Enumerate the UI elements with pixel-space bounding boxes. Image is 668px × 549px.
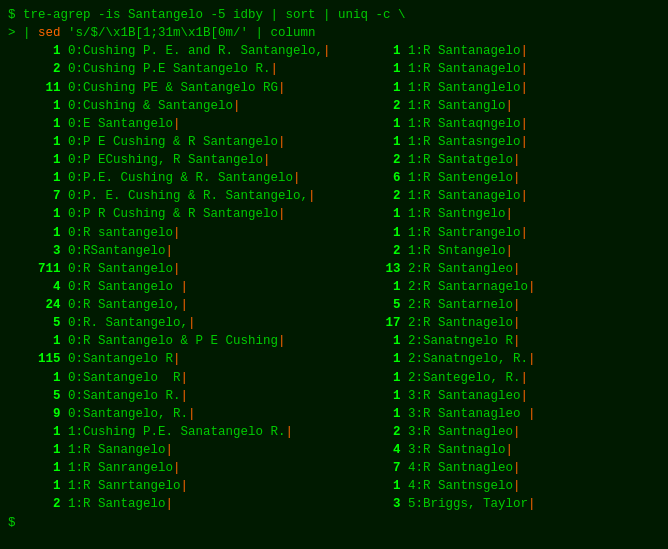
output-area: 1 0:Cushing P. E. and R. Santangelo,| 1 … (8, 42, 660, 513)
output-row: 1 1:R Sanangelo| 4 3:R Santnaglo| (8, 441, 660, 459)
output-row: 1 0:Cushing P. E. and R. Santangelo,| 1 … (8, 42, 660, 60)
output-row: 1 0:P R Cushing & R Santangelo| 1 1:R Sa… (8, 205, 660, 223)
final-prompt-line: $ (8, 514, 660, 532)
output-row: 711 0:R Santangelo| 13 2:R Santangleo| (8, 260, 660, 278)
output-row: 1 0:P ECushing, R Santangelo| 2 1:R Sant… (8, 151, 660, 169)
output-row: 1 0:E Santangelo| 1 1:R Santaqngelo| (8, 115, 660, 133)
output-row: 1 1:Cushing P.E. Sanatangelo R.| 2 3:R S… (8, 423, 660, 441)
output-row: 4 0:R Santangelo | 1 2:R Santarnagelo| (8, 278, 660, 296)
output-row: 1 0:Cushing & Santangelo| 2 1:R Santangl… (8, 97, 660, 115)
output-row: 11 0:Cushing PE & Santangelo RG| 1 1:R S… (8, 79, 660, 97)
output-row: 9 0:Santangelo, R.| 1 3:R Santanagleo | (8, 405, 660, 423)
output-row: 1 1:R Sanrangelo| 7 4:R Santnagleo| (8, 459, 660, 477)
output-row: 2 1:R Santagelo| 3 5:Briggs, Taylor| (8, 495, 660, 513)
output-row: 5 0:R. Santangelo,| 17 2:R Santnagelo| (8, 314, 660, 332)
output-row: 1 0:P.E. Cushing & R. Santangelo| 6 1:R … (8, 169, 660, 187)
command-line-2: > | sed 's/$/\x1B[1;31m\x1B[0m/' | colum… (8, 24, 660, 42)
output-row: 1 1:R Sanrtangelo| 1 4:R Santnsgelo| (8, 477, 660, 495)
command-line-1: $ tre-agrep -is Santangelo -5 idby | sor… (8, 6, 660, 24)
output-row: 1 0:R santangelo| 1 1:R Santrangelo| (8, 224, 660, 242)
output-row: 1 0:P E Cushing & R Santangelo| 1 1:R Sa… (8, 133, 660, 151)
output-row: 24 0:R Santangelo,| 5 2:R Santarnelo| (8, 296, 660, 314)
output-row: 115 0:Santangelo R| 1 2:Sanatngelo, R.| (8, 350, 660, 368)
output-row: 3 0:RSantangelo| 2 1:R Sntangelo| (8, 242, 660, 260)
output-row: 1 0:R Santangelo & P E Cushing| 1 2:Sana… (8, 332, 660, 350)
terminal: $ tre-agrep -is Santangelo -5 idby | sor… (8, 6, 660, 532)
output-row: 5 0:Santangelo R.| 1 3:R Santanagleo| (8, 387, 660, 405)
output-row: 2 0:Cushing P.E Santangelo R.| 1 1:R San… (8, 60, 660, 78)
output-row: 1 0:Santangelo R| 1 2:Santegelo, R.| (8, 369, 660, 387)
output-row: 7 0:P. E. Cushing & R. Santangelo,| 2 1:… (8, 187, 660, 205)
